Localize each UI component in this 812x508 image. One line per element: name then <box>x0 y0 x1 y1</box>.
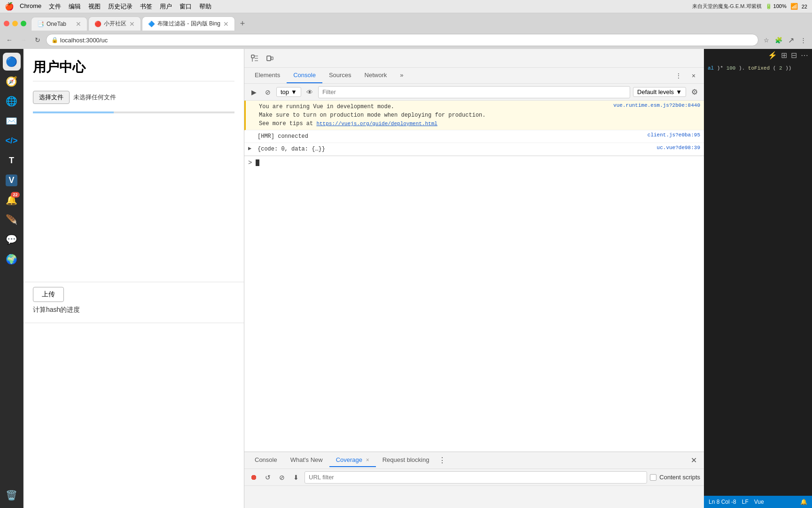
object-arrow[interactable]: ▶ <box>248 145 254 152</box>
tab-onetab[interactable]: 📑 OneTab ✕ <box>31 17 87 31</box>
device-toolbar-icon[interactable] <box>263 52 276 65</box>
close-window-btn[interactable] <box>4 21 9 26</box>
tab-more[interactable]: » <box>393 68 410 83</box>
devtools-close-button[interactable]: × <box>687 69 700 82</box>
sidebar-icon-wechat[interactable]: 💬 <box>3 230 21 248</box>
tab-onetab-close[interactable]: ✕ <box>76 20 81 28</box>
hmr-source[interactable]: client.js?e0ba:95 <box>648 132 700 138</box>
object-source[interactable]: uc.vue?de98:39 <box>657 145 700 151</box>
menu-view[interactable]: 视图 <box>88 2 101 11</box>
sidebar-icon-notification[interactable]: 🔔 22 <box>3 191 21 209</box>
sidebar-icon-finder[interactable]: 🔵 <box>3 53 21 71</box>
status-encoding: Ln 8 Col -8 <box>709 499 736 505</box>
right-panel-split-icon[interactable]: ⚡ <box>768 51 777 60</box>
more-tools-icon[interactable]: ⋮ <box>798 35 808 45</box>
sidebar-icon-feather[interactable]: 🪶 <box>3 211 21 229</box>
tab-network[interactable]: Network <box>358 68 394 83</box>
minimize-window-btn[interactable] <box>12 21 18 26</box>
tab-console[interactable]: Console <box>287 68 322 83</box>
bottom-tab-whatsnew[interactable]: What's New <box>284 453 329 467</box>
sidebar-icon-chrome[interactable]: 🌐 <box>3 92 21 110</box>
apple-icon[interactable]: 🍎 <box>5 2 14 11</box>
menu-edit[interactable]: 编辑 <box>69 2 81 11</box>
maximize-window-btn[interactable] <box>21 21 26 26</box>
bottom-more-button[interactable]: ⋮ <box>436 454 449 467</box>
tab-bing-close[interactable]: ✕ <box>223 20 229 28</box>
status-notification-icon: 🔔 <box>800 499 807 505</box>
tab-elements[interactable]: Elements <box>248 68 287 83</box>
console-settings-icon[interactable]: ⚙ <box>689 87 700 98</box>
share-icon[interactable]: ↗ <box>786 35 796 45</box>
right-panel-more-icon[interactable]: ⋯ <box>801 51 808 60</box>
file-choose-button[interactable]: 选择文件 <box>33 91 70 104</box>
console-filter-input[interactable] <box>318 86 630 98</box>
menu-chrome[interactable]: Chrome <box>20 2 41 11</box>
coverage-record-icon[interactable]: ⏺ <box>248 472 259 483</box>
tab-xiaoke[interactable]: 🔴 小开社区 ✕ <box>88 16 141 31</box>
bookmark-star-icon[interactable]: ☆ <box>761 35 772 45</box>
default-levels-arrow: ▼ <box>676 88 682 95</box>
sidebar-icon-trash[interactable]: 🗑️ <box>3 486 21 504</box>
sidebar-icon-safari[interactable]: 🧭 <box>3 72 21 90</box>
progress-bar-container <box>33 111 234 113</box>
menu-window[interactable]: 窗口 <box>180 2 192 11</box>
content-scripts-checkbox[interactable] <box>650 474 656 481</box>
tab-bar: 📑 OneTab ✕ 🔴 小开社区 ✕ 🔷 布隆过滤器 - 国内版 Bing ✕… <box>0 13 812 31</box>
bottom-coverage-toolbar: ⏺ ↺ ⊘ ⬇ Content scripts <box>244 469 704 486</box>
console-cursor <box>256 159 259 166</box>
sidebar-icon-v[interactable]: V <box>3 171 21 189</box>
tab-xiaoke-close[interactable]: ✕ <box>129 20 135 28</box>
right-panel-columns-icon[interactable]: ⊟ <box>791 51 797 60</box>
status-language: Vue <box>754 499 764 505</box>
bottom-tab-console[interactable]: Console <box>248 453 284 467</box>
bottom-panel-close[interactable]: ✕ <box>687 454 700 467</box>
menu-history[interactable]: 历史记录 <box>108 2 133 11</box>
bottom-panel: Console What's New Coverage × Request bl… <box>244 452 704 508</box>
upload-button[interactable]: 上传 <box>33 287 64 302</box>
bottom-tab-request-blocking[interactable]: Request blocking <box>376 453 436 467</box>
console-play-icon[interactable]: ▶ <box>248 87 259 98</box>
tab-bing[interactable]: 🔷 布隆过滤器 - 国内版 Bing ✕ <box>142 16 235 31</box>
tab-sources[interactable]: Sources <box>322 68 358 83</box>
new-tab-button[interactable]: + <box>236 17 249 30</box>
webpage-pane: 用户中心 选择文件 未选择任何文件 上传 计算hash的进度 <box>23 49 244 508</box>
coverage-download-icon[interactable]: ⬇ <box>290 472 302 483</box>
vue-deployment-link[interactable]: https://vuejs.org/guide/deployment.html <box>316 121 437 127</box>
sidebar-icon-text[interactable]: T <box>3 151 21 169</box>
right-panel-layout-icon[interactable]: ⊞ <box>781 51 787 60</box>
object-text: {code: 0, data: {…}} <box>258 146 325 152</box>
coverage-tab-close[interactable]: × <box>366 457 369 463</box>
inspect-element-icon[interactable] <box>248 52 261 65</box>
tab-xiaoke-favicon: 🔴 <box>94 21 101 27</box>
code-operator: )* <box>717 65 723 71</box>
menu-bookmarks[interactable]: 书签 <box>140 2 152 11</box>
coverage-stop-icon[interactable]: ⊘ <box>276 472 288 483</box>
warning-source[interactable]: vue.runtime.esm.js?2b0e:8440 <box>613 103 700 108</box>
address-bar[interactable]: 🔒 localhost:3000/uc <box>46 34 758 46</box>
bottom-tabs-row: Console What's New Coverage × Request bl… <box>244 452 704 469</box>
menu-file[interactable]: 文件 <box>49 2 61 11</box>
extension-puzzle-icon[interactable]: 🧩 <box>773 35 784 45</box>
console-output: You are running Vue in development mode.… <box>244 101 704 452</box>
address-bar-row: ← → ↻ 🔒 localhost:3000/uc ☆ 🧩 ↗ ⋮ <box>0 31 812 49</box>
bottom-tab-coverage[interactable]: Coverage × <box>329 453 376 467</box>
devtools-more-options[interactable]: ⋮ <box>672 69 685 82</box>
sidebar-icon-globe[interactable]: 🌍 <box>3 250 21 268</box>
code-args: ( <box>773 65 776 71</box>
file-input-area: 选择文件 未选择任何文件 <box>33 91 234 104</box>
reload-button[interactable]: ↻ <box>32 34 43 46</box>
sidebar-icon-email[interactable]: ✉️ <box>3 112 21 130</box>
back-button[interactable]: ← <box>4 34 15 46</box>
forward-button[interactable]: → <box>18 34 29 46</box>
url-text: localhost:3000/uc <box>60 37 108 44</box>
default-levels-selector[interactable]: Default levels ▼ <box>633 87 686 97</box>
menu-help[interactable]: 帮助 <box>199 2 211 11</box>
url-filter-input[interactable] <box>304 471 647 484</box>
console-clear-icon[interactable]: ⊘ <box>262 87 273 98</box>
content-scripts-checkbox-label[interactable]: Content scripts <box>650 474 700 481</box>
eye-button[interactable]: 👁 <box>304 87 315 98</box>
sidebar-icon-vscode[interactable]: </> <box>3 132 21 150</box>
menu-user[interactable]: 用户 <box>160 2 172 11</box>
top-selector[interactable]: top ▼ <box>276 87 301 97</box>
coverage-refresh-icon[interactable]: ↺ <box>262 472 273 483</box>
